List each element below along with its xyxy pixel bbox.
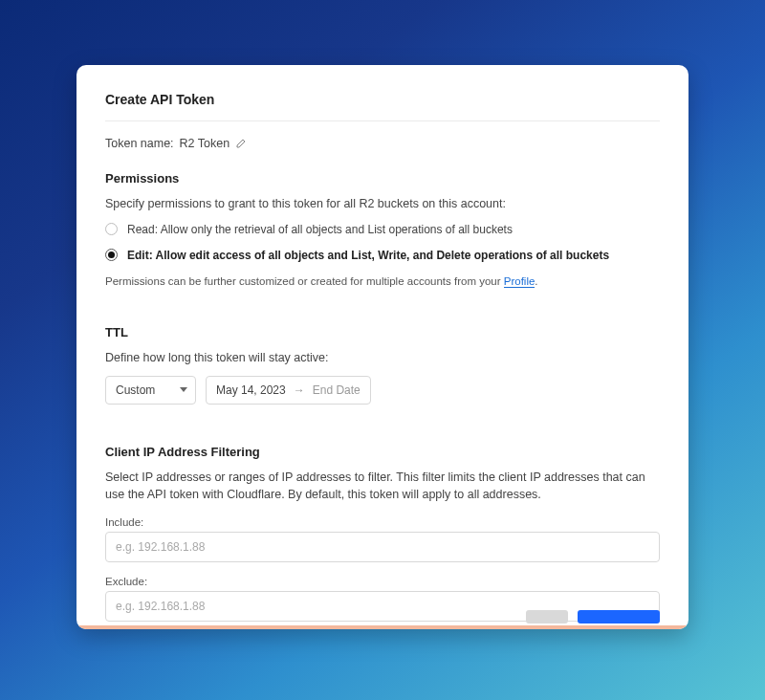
include-label: Include: — [105, 516, 660, 528]
permissions-intro: Specify permissions to grant to this tok… — [105, 195, 660, 212]
create-api-token-card: Create API Token Token name: R2 Token Pe… — [76, 65, 688, 629]
divider — [105, 120, 660, 121]
profile-link[interactable]: Profile — [504, 275, 536, 288]
token-name-value: R2 Token — [180, 137, 230, 150]
chevron-down-icon — [180, 387, 187, 392]
ttl-controls: Custom May 14, 2023 → End Date — [105, 376, 660, 405]
permissions-heading: Permissions — [105, 171, 660, 186]
footer-buttons — [526, 610, 660, 623]
permission-option-read[interactable]: Read: Allow only the retrieval of all ob… — [105, 222, 660, 238]
radio-icon — [105, 249, 118, 261]
permissions-footnote-pre: Permissions can be further customized or… — [105, 275, 504, 287]
ttl-heading: TTL — [105, 325, 660, 339]
permissions-radio-group: Read: Allow only the retrieval of all ob… — [105, 222, 660, 264]
permission-option-edit-label: Edit: Allow edit access of all objects a… — [127, 248, 609, 264]
ip-filtering-heading: Client IP Address Filtering — [105, 445, 660, 459]
primary-button[interactable] — [578, 610, 660, 623]
edit-icon[interactable] — [235, 138, 247, 149]
ttl-start-date: May 14, 2023 — [216, 383, 286, 397]
radio-icon — [105, 223, 118, 235]
token-name-label: Token name: — [105, 137, 174, 150]
ttl-select-value: Custom — [116, 383, 155, 397]
permissions-footnote-post: . — [535, 275, 537, 287]
page-title: Create API Token — [105, 92, 660, 107]
ttl-end-date: End Date — [313, 383, 361, 397]
ttl-date-range[interactable]: May 14, 2023 → End Date — [206, 376, 371, 405]
page-background: Create API Token Token name: R2 Token Pe… — [0, 0, 765, 700]
ttl-select[interactable]: Custom — [105, 376, 196, 405]
arrow-right-icon: → — [294, 383, 305, 397]
exclude-label: Exclude: — [105, 576, 660, 587]
secondary-button[interactable] — [526, 610, 568, 623]
token-name-row: Token name: R2 Token — [105, 137, 660, 150]
ip-filtering-intro: Select IP addresses or ranges of IP addr… — [105, 469, 660, 503]
ttl-intro: Define how long this token will stay act… — [105, 349, 660, 366]
permission-option-read-label: Read: Allow only the retrieval of all ob… — [127, 222, 513, 238]
permissions-footnote: Permissions can be further customized or… — [105, 275, 660, 287]
include-input[interactable] — [105, 532, 660, 562]
permission-option-edit[interactable]: Edit: Allow edit access of all objects a… — [105, 248, 660, 264]
